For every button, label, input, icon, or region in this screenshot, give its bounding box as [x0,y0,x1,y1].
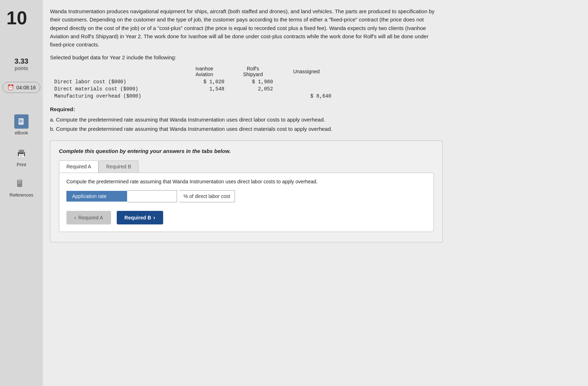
row-rolfs-1: $ 1,980 [228,78,277,85]
row-label-3: Manufacturing overhead ($000) [50,93,180,100]
next-chevron-icon: › [153,214,155,221]
row-ivanhoe-1: $ 1,020 [180,78,228,85]
row-label-1: Direct labor cost ($000) [50,78,180,85]
svg-rect-0 [19,118,24,125]
timer-display: ⏰ 04:08:16 [2,82,41,93]
row-rolfs-3 [228,93,277,100]
table-row: Direct labor cost ($000) $ 1,020 $ 1,980 [50,78,336,85]
table-row: Direct materials cost ($000) 1,548 2,052 [50,85,336,93]
row-ivanhoe-3 [180,93,228,100]
svg-rect-12 [18,182,21,183]
svg-rect-5 [19,150,24,153]
budget-intro: Selected budget data for Year 2 include … [50,54,574,60]
points-label: points [15,65,28,71]
app-rate-suffix: % of direct labor cost [179,190,235,202]
print-label: Print [17,162,26,167]
svg-rect-1 [19,120,22,120]
tab-content-a: Compute the predetermined rate assuming … [59,173,434,232]
ebook-button[interactable]: eBook [14,114,29,135]
ebook-icon [14,114,29,129]
table-row: Manufacturing overhead ($000) $ 8,640 [50,93,336,100]
timer-text: 04:08:16 [16,85,36,90]
row-ivanhoe-2: 1,548 [180,85,228,93]
row-rolfs-2: 2,052 [228,85,277,93]
row-unassigned-3: $ 8,640 [277,93,336,100]
required-heading: Required: [50,106,574,112]
svg-rect-2 [19,121,23,122]
row-label-2: Direct materials cost ($000) [50,85,180,93]
svg-rect-6 [19,154,24,157]
svg-rect-13 [18,183,21,184]
tab-required-a[interactable]: Required A [59,160,99,173]
problem-number: 10 [0,7,27,29]
app-rate-input[interactable] [127,190,177,202]
prev-button-label: Required A [78,215,103,221]
question-body: Wanda Instrumentation produces navigatio… [50,7,443,49]
nav-buttons: ‹ Required A Required B › [66,211,426,224]
tab-required-b[interactable]: Required B [99,160,139,173]
print-button[interactable]: Print [14,146,29,167]
tabs-container: Required A Required B [59,160,434,173]
application-rate-row: Application rate % of direct labor cost [66,190,426,202]
budget-table-container: IvanhoeAviation Rolf'sShipyard Unassigne… [50,65,336,100]
next-button-label: Required B [125,215,151,221]
app-rate-label: Application rate [66,191,127,202]
answer-box: Complete this question by entering your … [50,140,443,242]
row-unassigned-1 [277,78,336,85]
points-value: 3.33 [15,57,29,65]
tab-description: Compute the predetermined rate assuming … [66,179,426,184]
svg-rect-8 [20,156,22,157]
prev-button[interactable]: ‹ Required A [66,211,111,224]
timer-icon: ⏰ [7,84,14,91]
references-button[interactable]: References [10,178,33,198]
references-icon [15,178,28,191]
svg-rect-11 [18,180,21,181]
svg-rect-3 [19,122,22,123]
required-item-a: a. Compute the predetermined rate assumi… [50,115,574,124]
required-item-b: b. Compute the predetermined rate assumi… [50,124,574,134]
svg-point-9 [24,153,25,154]
row-unassigned-2 [277,85,336,93]
svg-rect-7 [20,155,23,155]
budget-table: IvanhoeAviation Rolf'sShipyard Unassigne… [50,65,336,100]
answer-box-intro: Complete this question by entering your … [59,148,434,154]
prev-chevron-icon: ‹ [74,214,76,221]
print-icon [14,146,29,160]
references-label: References [10,192,33,198]
next-button[interactable]: Required B › [117,211,163,224]
ebook-label: eBook [15,130,28,135]
required-items: a. Compute the predetermined rate assumi… [50,115,574,133]
